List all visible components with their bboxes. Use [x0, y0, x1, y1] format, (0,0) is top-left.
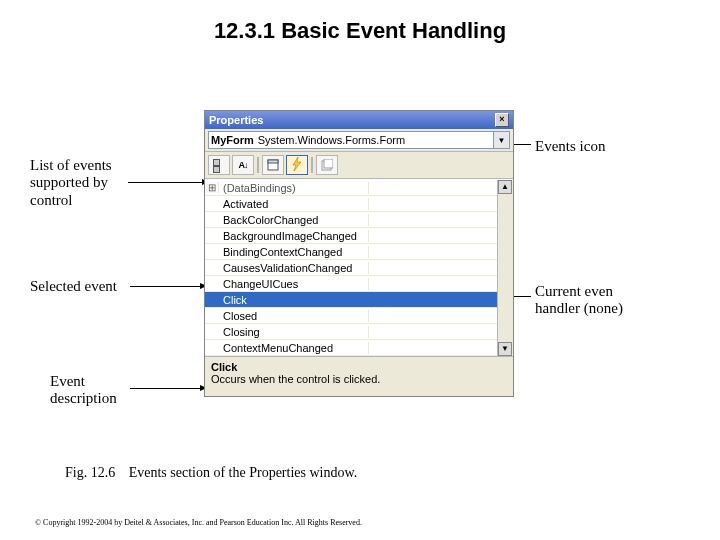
properties-button[interactable]	[262, 155, 284, 175]
event-name: ContextMenuChanged	[219, 342, 369, 354]
event-row[interactable]: BindingContextChanged	[205, 244, 497, 260]
row-expander[interactable]: ⊞	[205, 182, 219, 193]
chevron-down-icon[interactable]: ▼	[494, 131, 510, 149]
event-name: BindingContextChanged	[219, 246, 369, 258]
event-row[interactable]: BackgroundImageChanged	[205, 228, 497, 244]
copyright-line: © Copyright 1992-2004 by Deitel & Associ…	[35, 518, 362, 527]
scrollbar[interactable]: ▲ ▼	[497, 180, 513, 356]
event-name: ChangeUICues	[219, 278, 369, 290]
event-row-selected[interactable]: Click	[205, 292, 497, 308]
events-grid: ⊞(DataBindings)ActivatedBackColorChanged…	[205, 179, 513, 356]
event-name: (DataBindings)	[219, 182, 369, 194]
event-name: Closing	[219, 326, 369, 338]
event-name: BackgroundImageChanged	[219, 230, 369, 242]
description-pane: Click Occurs when the control is clicked…	[205, 356, 513, 396]
event-row[interactable]: ContextMenuChanged	[205, 340, 497, 356]
events-button[interactable]	[286, 155, 308, 175]
property-pages-button[interactable]	[316, 155, 338, 175]
annot-current-handler: Current even handler (none)	[535, 283, 623, 318]
event-row[interactable]: Closed	[205, 308, 497, 324]
scroll-up-icon[interactable]: ▲	[498, 180, 512, 194]
event-row[interactable]: ChangeUICues	[205, 276, 497, 292]
panel-toolbar: A↓	[205, 152, 513, 179]
svg-rect-4	[324, 159, 333, 168]
figure-number: Fig. 12.6	[65, 465, 115, 480]
event-name: CausesValidationChanged	[219, 262, 369, 274]
event-name: Activated	[219, 198, 369, 210]
callout-line	[130, 286, 206, 287]
categorized-icon	[213, 159, 225, 171]
panel-title: Properties	[209, 114, 263, 126]
annot-events-icon: Events icon	[535, 138, 605, 155]
categorized-button[interactable]	[208, 155, 230, 175]
description-text: Occurs when the control is clicked.	[211, 373, 507, 385]
event-row[interactable]: Activated	[205, 196, 497, 212]
svg-marker-2	[293, 157, 301, 171]
event-row[interactable]: BackColorChanged	[205, 212, 497, 228]
properties-icon	[267, 159, 279, 171]
callout-line	[130, 388, 206, 389]
figure-caption: Fig. 12.6 Events section of the Properti…	[65, 465, 357, 481]
page-title: 12.3.1 Basic Event Handling	[0, 18, 720, 44]
event-row[interactable]: ⊞(DataBindings)	[205, 180, 497, 196]
figure-text: Events section of the Properties window.	[129, 465, 358, 480]
annot-event-description: Event description	[50, 373, 117, 408]
event-row[interactable]: Closing	[205, 324, 497, 340]
event-name: BackColorChanged	[219, 214, 369, 226]
object-type: System.Windows.Forms.Form	[258, 134, 405, 146]
callout-line	[128, 182, 208, 183]
event-name: Click	[219, 294, 369, 306]
events-grid-body: ⊞(DataBindings)ActivatedBackColorChanged…	[205, 180, 497, 356]
panel-titlebar[interactable]: Properties ×	[205, 111, 513, 129]
svg-rect-1	[268, 160, 278, 163]
alphabetical-icon: A↓	[239, 160, 248, 170]
event-row[interactable]: CausesValidationChanged	[205, 260, 497, 276]
divider	[311, 157, 313, 173]
properties-panel: Properties × MyForm System.Windows.Forms…	[204, 110, 514, 397]
description-title: Click	[211, 361, 507, 373]
divider	[257, 157, 259, 173]
object-selector[interactable]: MyForm System.Windows.Forms.Form	[208, 131, 494, 149]
property-pages-icon	[321, 159, 333, 171]
scroll-down-icon[interactable]: ▼	[498, 342, 512, 356]
event-name: Closed	[219, 310, 369, 322]
object-name: MyForm	[211, 134, 254, 146]
events-icon	[291, 157, 303, 173]
alphabetical-button[interactable]: A↓	[232, 155, 254, 175]
object-selector-row: MyForm System.Windows.Forms.Form ▼	[205, 129, 513, 152]
close-icon[interactable]: ×	[495, 113, 509, 127]
annot-selected-event: Selected event	[30, 278, 117, 295]
annot-list-of-events: List of events supported by control	[30, 157, 112, 209]
